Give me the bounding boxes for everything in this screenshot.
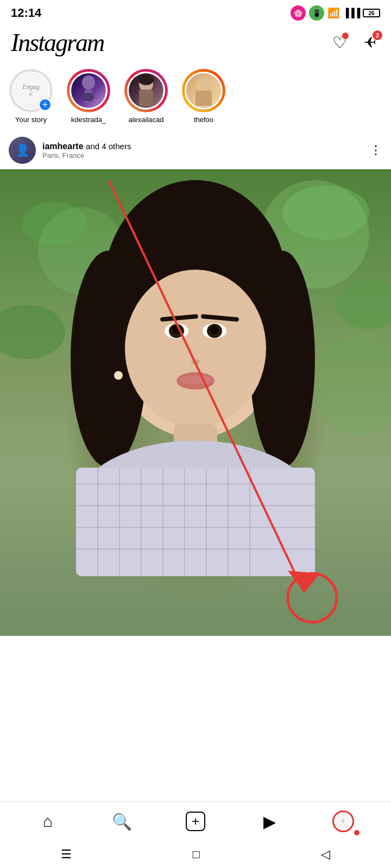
app-icon-1: 🌸 xyxy=(291,5,306,21)
svg-point-5 xyxy=(138,74,154,85)
post-username-line: iamhearte and 4 others xyxy=(42,142,363,151)
notifications-badge xyxy=(342,33,349,39)
status-time: 12:14 xyxy=(11,6,41,20)
android-menu-button[interactable]: ☰ xyxy=(61,847,72,861)
status-icons: 🌸 📱 📶 ▐▐▐ 26 xyxy=(291,5,380,21)
thefoo-avatar-wrap[interactable] xyxy=(182,69,225,112)
kdestrada-avatar xyxy=(71,73,106,108)
create-icon: + xyxy=(186,812,205,831)
signal-icon: ▐▐▐ xyxy=(343,8,360,18)
post-info: iamhearte and 4 others Paris, France xyxy=(42,142,363,159)
instagram-logo: Instagram xyxy=(11,28,104,57)
stories-row[interactable]: Engage + Your story xyxy=(0,63,391,131)
kdestrada-label: kdestrada_ xyxy=(71,116,106,124)
header-actions: ♡ ✈ 2 xyxy=(329,33,380,53)
story-item-your[interactable]: Engage + Your story xyxy=(7,69,55,124)
svg-point-0 xyxy=(82,75,95,90)
android-home-button[interactable]: □ xyxy=(193,847,200,861)
svg-rect-7 xyxy=(195,91,212,106)
app-icon-2: 📱 xyxy=(309,5,324,21)
nav-profile[interactable]: E xyxy=(327,809,360,833)
status-bar: 12:14 🌸 📱 📶 ▐▐▐ 26 xyxy=(0,0,391,24)
wifi-icon: 📶 xyxy=(327,7,339,19)
story-item-alexailacad[interactable]: alexailacad xyxy=(122,69,171,124)
battery-icon: 26 xyxy=(363,9,380,17)
post-collaborators: and 4 others xyxy=(86,142,131,151)
app-header: Instagram ♡ ✈ 2 xyxy=(0,24,391,63)
messages-button[interactable]: ✈ 2 xyxy=(360,33,380,53)
android-back-button[interactable]: ◁ xyxy=(321,847,330,861)
kdestrada-avatar-wrap[interactable] xyxy=(67,69,110,112)
post-avatar[interactable]: 👤 xyxy=(9,137,36,164)
svg-point-2 xyxy=(83,93,94,101)
your-story-label: Your story xyxy=(15,116,47,124)
profile-avatar: E xyxy=(332,810,354,832)
story-item-kdestrada[interactable]: kdestrada_ xyxy=(64,69,113,124)
thefoo-avatar xyxy=(186,73,221,108)
nav-search[interactable]: 🔍 xyxy=(105,809,138,833)
story-item-thefoo[interactable]: thefoo xyxy=(179,69,228,124)
post-image[interactable] xyxy=(0,169,391,636)
search-icon: 🔍 xyxy=(112,812,132,831)
alexailacad-ring xyxy=(124,69,168,112)
reels-icon: ▶ xyxy=(263,812,276,831)
post-container: 👤 iamhearte and 4 others Paris, France ⋮ xyxy=(0,131,391,636)
thefoo-ring xyxy=(182,69,225,112)
android-nav-bar: ☰ □ ◁ xyxy=(0,841,391,868)
thefoo-label: thefoo xyxy=(194,116,213,124)
post-more-button[interactable]: ⋮ xyxy=(370,143,382,157)
bottom-nav: ⌂ 🔍 + ▶ E xyxy=(0,801,391,841)
alexailacad-label: alexailacad xyxy=(128,116,163,124)
alexailacad-avatar-wrap[interactable] xyxy=(124,69,168,112)
kdestrada-ring xyxy=(67,69,110,112)
messages-badge: 2 xyxy=(373,30,382,40)
svg-rect-4 xyxy=(139,90,153,106)
home-icon: ⌂ xyxy=(43,812,53,831)
post-header: 👤 iamhearte and 4 others Paris, France ⋮ xyxy=(0,131,391,169)
portrait-background xyxy=(0,169,391,636)
post-username[interactable]: iamhearte xyxy=(42,142,84,151)
nav-create[interactable]: + xyxy=(179,809,212,833)
alexailacad-avatar xyxy=(129,73,163,108)
add-story-button[interactable]: + xyxy=(39,98,52,111)
notifications-button[interactable]: ♡ xyxy=(329,33,350,53)
nav-home[interactable]: ⌂ xyxy=(31,809,64,833)
nav-reels[interactable]: ▶ xyxy=(253,809,286,833)
post-location: Paris, France xyxy=(42,151,363,159)
your-story-avatar[interactable]: Engage + xyxy=(9,69,53,112)
